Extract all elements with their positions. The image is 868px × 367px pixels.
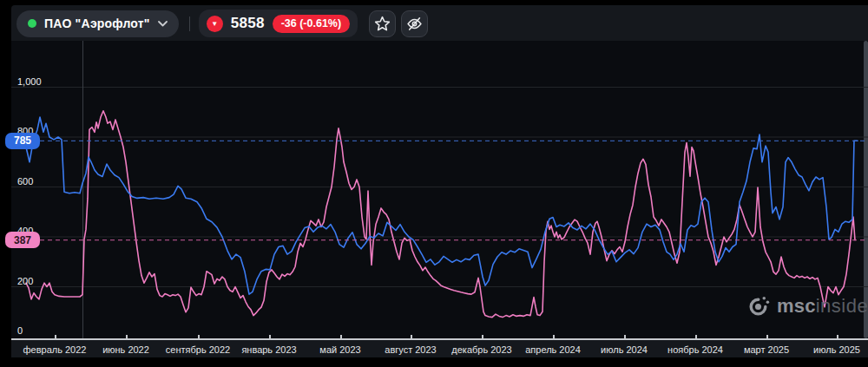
triangle-down-icon: ▼	[207, 16, 223, 32]
x-axis-label: январь 2023	[241, 344, 296, 355]
y-axis-label: 1,000	[17, 76, 42, 87]
toolbar: ПАО "Аэрофлот" ▼ 5858 -36 (-0.61%)	[11, 5, 868, 42]
x-axis-label: июнь 2022	[102, 344, 149, 355]
x-axis-label: июль 2025	[813, 344, 860, 355]
x-axis-label: май 2023	[319, 344, 360, 355]
x-axis-label: август 2023	[385, 344, 436, 355]
status-dot-icon	[28, 19, 36, 28]
x-axis-tick	[126, 335, 128, 338]
x-axis-tick	[55, 335, 56, 338]
x-axis-tick	[624, 335, 626, 338]
blue-price-tag: 785	[5, 133, 40, 149]
app-window: ПАО "Аэрофлот" ▼ 5858 -36 (-0.61%)	[0, 0, 868, 367]
chevron-down-icon	[158, 21, 168, 27]
hide-button[interactable]	[401, 10, 428, 37]
x-axis-label: сентябрь 2022	[166, 344, 230, 355]
instrument-selector[interactable]: ПАО "Аэрофлот"	[16, 10, 179, 37]
x-axis-tick	[411, 335, 412, 338]
x-axis-tick	[340, 335, 342, 338]
eye-off-icon	[406, 16, 423, 32]
pink-price-tag: 387	[5, 232, 40, 248]
chart-panel: ПАО "Аэрофлот" ▼ 5858 -36 (-0.61%)	[11, 5, 868, 357]
x-axis	[11, 338, 868, 340]
divider	[189, 16, 190, 31]
favorite-button[interactable]	[369, 10, 396, 37]
instrument-name: ПАО "Аэрофлот"	[44, 16, 150, 30]
watermark-bold: msc	[777, 295, 816, 317]
price-summary: ▼ 5858 -36 (-0.61%)	[199, 10, 358, 37]
watermark: mscinsider	[746, 294, 868, 318]
mscinsider-logo-icon	[746, 294, 770, 318]
x-axis-tick	[695, 335, 697, 338]
last-price: 5858	[231, 15, 265, 32]
y-axis-label: 200	[17, 276, 33, 286]
change-badge: -36 (-0.61%)	[273, 15, 350, 33]
y-axis-label: 0	[17, 325, 23, 336]
x-axis-tick	[198, 335, 200, 338]
x-axis-tick	[482, 335, 483, 338]
x-axis-label: июль 2024	[601, 344, 648, 355]
y-axis-label: 600	[17, 176, 33, 187]
x-axis-label: ноябрь 2024	[667, 344, 723, 355]
x-axis-label: апрель 2024	[525, 344, 581, 355]
watermark-light: insider	[816, 295, 868, 317]
x-axis-tick	[837, 335, 838, 338]
x-axis-tick	[269, 335, 271, 338]
x-axis-label: февраль 2022	[23, 344, 87, 355]
x-axis-tick	[553, 335, 555, 338]
chart-canvas[interactable]	[11, 41, 868, 338]
x-axis-tick	[766, 335, 768, 338]
x-axis-label: март 2025	[744, 344, 789, 355]
x-axis-label: декабрь 2023	[451, 344, 511, 355]
star-icon	[374, 16, 391, 32]
